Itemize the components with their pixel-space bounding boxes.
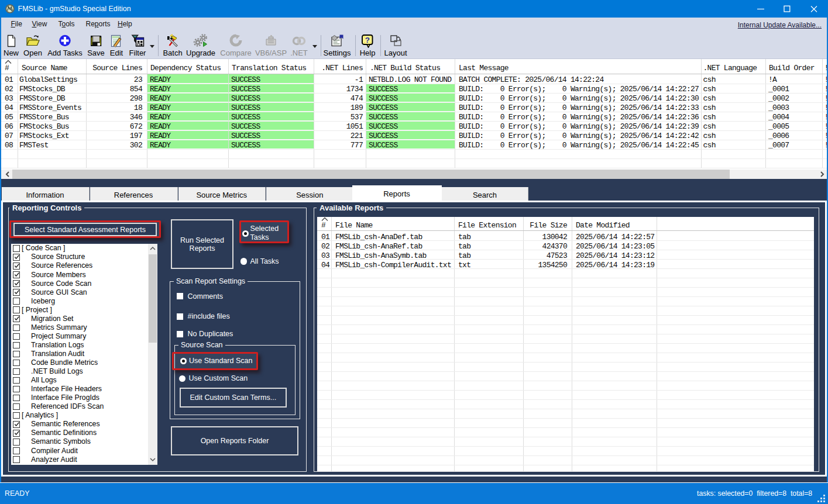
- svg-text:?: ?: [365, 36, 370, 44]
